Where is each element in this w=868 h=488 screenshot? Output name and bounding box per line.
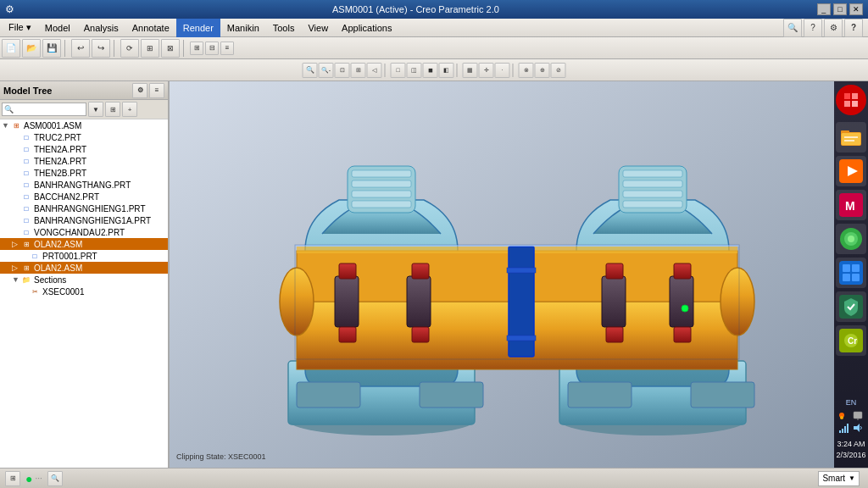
menu-applications[interactable]: Applications [335, 19, 398, 37]
tree-item-then2a1[interactable]: □ THEN2A.PRT [0, 143, 168, 155]
undo-btn[interactable]: ↩ [71, 39, 90, 58]
tray-volume-icon[interactable] [838, 422, 850, 435]
open-btn[interactable]: 📂 [22, 39, 41, 58]
toggle1-btn[interactable]: ⊞ [190, 42, 203, 55]
vp-zoom-out[interactable]: 🔍- [319, 63, 334, 78]
minimize-button[interactable]: _ [817, 3, 831, 15]
tree-item-then2a2[interactable]: □ THEN2A.PRT [0, 155, 168, 167]
tree-expand-all-btn[interactable]: ⊞ [105, 102, 120, 117]
app-folder-icon[interactable] [836, 122, 866, 152]
switch-window-btn[interactable]: ⊞ [141, 39, 159, 58]
status-icon2[interactable]: 🔍 [47, 471, 63, 486]
tree-expand-asm0001[interactable]: ▼ [2, 121, 10, 130]
tree-expand-btn[interactable]: ≡ [149, 83, 164, 98]
tree-item-prt0001[interactable]: □ PRT0001.PRT [0, 250, 168, 262]
close-window-btn[interactable]: ⊠ [161, 39, 180, 58]
tree-item-banhrangnghieng1[interactable]: □ BANHRANGNGHIENG1.PRT [0, 202, 168, 214]
tray-icon-1[interactable] [838, 410, 850, 420]
tree-item-sections[interactable]: ▼ 📁 Sections [0, 274, 168, 286]
tree-add-btn[interactable]: + [122, 102, 137, 117]
model-tree-title: Model Tree [3, 86, 52, 96]
windows-logo-btn[interactable] [836, 85, 866, 115]
menu-annotate[interactable]: Annotate [125, 19, 176, 37]
menu-view[interactable]: View [301, 19, 335, 37]
toggle3-btn[interactable]: ≡ [220, 42, 234, 55]
vp-misc2[interactable]: ⊕ [535, 63, 550, 78]
tree-settings-btn[interactable]: ⚙ [132, 83, 147, 98]
tree-item-then2b[interactable]: □ THEN2B.PRT [0, 167, 168, 179]
vp-misc1[interactable]: ⊗ [519, 63, 534, 78]
tree-item-xsec0001[interactable]: ✂ XSEC0001 [0, 286, 168, 297]
vp-datum-axes[interactable]: ✛ [479, 63, 494, 78]
prt-icon4: □ [20, 168, 32, 178]
close-button[interactable]: ✕ [849, 3, 863, 15]
app-blue-icon[interactable] [836, 258, 866, 288]
tree-label-bacchan2: BACCHAN2.PRT [34, 192, 99, 202]
svg-rect-31 [339, 327, 356, 342]
vp-zoom-fit[interactable]: ⊞ [351, 63, 366, 78]
tree-item-banhrangnghieng1a[interactable]: □ BANHRANGNGHIENG1A.PRT [0, 214, 168, 226]
new-btn[interactable]: 📄 [2, 39, 20, 58]
app-icon: ⚙ [5, 3, 14, 15]
maximize-button[interactable]: □ [833, 3, 847, 15]
settings-icon-btn[interactable]: ⚙ [824, 19, 843, 37]
regenerate-btn[interactable]: ⟳ [120, 39, 139, 58]
tree-item-truc2[interactable]: □ TRUC2.PRT [0, 131, 168, 143]
help-icon-btn[interactable]: ? [804, 19, 822, 37]
menu-model[interactable]: Model [38, 19, 77, 37]
menu-tools[interactable]: Tools [266, 19, 302, 37]
status-icon1[interactable]: ⊞ [5, 471, 20, 486]
vp-zoom-window[interactable]: ⊡ [335, 63, 350, 78]
prt-icon2: □ [20, 144, 32, 154]
search-icon-btn[interactable]: 🔍 [783, 19, 802, 37]
asm-icon3: ⊞ [20, 263, 32, 273]
svg-rect-51 [852, 101, 858, 107]
toggle2-btn[interactable]: ⊟ [205, 42, 219, 55]
app-green-icon[interactable] [836, 224, 866, 254]
tray-speaker-icon[interactable] [852, 422, 864, 435]
menu-analysis[interactable]: Analysis [77, 19, 125, 37]
menu-bar: File ▾ Model Analysis Annotate Render Ma… [0, 19, 868, 37]
app-m-icon[interactable]: M [836, 190, 866, 220]
svg-marker-81 [854, 424, 860, 432]
app-shield-icon[interactable] [836, 291, 866, 322]
tree-item-olan2-1[interactable]: ▷ ⊞ OLAN2.ASM [0, 238, 168, 250]
menu-file[interactable]: File ▾ [2, 19, 38, 37]
tree-item-olan2-2[interactable]: ▷ ⊞ OLAN2.ASM [0, 262, 168, 274]
tree-search-input[interactable] [2, 103, 86, 116]
prt-icon8: □ [20, 215, 32, 225]
tree-filter-btn[interactable]: ▼ [88, 102, 103, 117]
svg-rect-41 [420, 382, 483, 408]
vp-shading[interactable]: ◼ [423, 63, 438, 78]
vp-zoom-in[interactable]: 🔍 [303, 63, 318, 78]
tray-icon-2[interactable] [852, 410, 864, 420]
tree-label-olan2-2: OLAN2.ASM [34, 263, 82, 273]
tree-item-bacchan2[interactable]: □ BACCHAN2.PRT [0, 191, 168, 202]
help2-icon-btn[interactable]: ? [844, 19, 863, 37]
svg-rect-43 [691, 382, 754, 408]
menu-render[interactable]: Render [176, 19, 220, 37]
app-media-icon[interactable] [836, 156, 866, 186]
tree-item-banhrangthang[interactable]: □ BANHRANGTHANG.PRT [0, 179, 168, 191]
vp-zoom-prev[interactable]: ◁ [367, 63, 382, 78]
vp-datum-pts[interactable]: · [495, 63, 510, 78]
tree-label-then2b: THEN2B.PRT [34, 169, 86, 178]
vp-misc3[interactable]: ⊘ [551, 63, 566, 78]
menu-manikin[interactable]: Manikin [220, 19, 266, 37]
tree-item-vongchandau2[interactable]: □ VONGCHANDAU2.PRT [0, 226, 168, 238]
svg-rect-28 [335, 276, 359, 327]
vp-hidden-line[interactable]: ◫ [407, 63, 422, 78]
viewport-3d[interactable]: Clipping State: XSEC0001 [170, 81, 834, 468]
title-bar: ⚙ ASM0001 (Active) - Creo Parametric 2.0… [0, 0, 868, 19]
svg-rect-38 [674, 263, 691, 279]
save-btn[interactable]: 💾 [42, 39, 61, 58]
tree-label-prt0001: PRT0001.PRT [42, 252, 97, 261]
vp-shading-edges[interactable]: ◧ [439, 63, 454, 78]
redo-btn[interactable]: ↪ [92, 39, 110, 58]
tree-item-asm0001[interactable]: ▼ ⊞ ASM0001.ASM [0, 119, 168, 131]
vp-wireframe[interactable]: □ [391, 63, 406, 78]
app-yellowgreen-icon[interactable]: Cr [836, 325, 866, 356]
smart-select-dropdown[interactable]: Smart ▼ [818, 471, 860, 486]
svg-rect-75 [854, 412, 862, 419]
vp-datum-planes[interactable]: ▦ [463, 63, 478, 78]
